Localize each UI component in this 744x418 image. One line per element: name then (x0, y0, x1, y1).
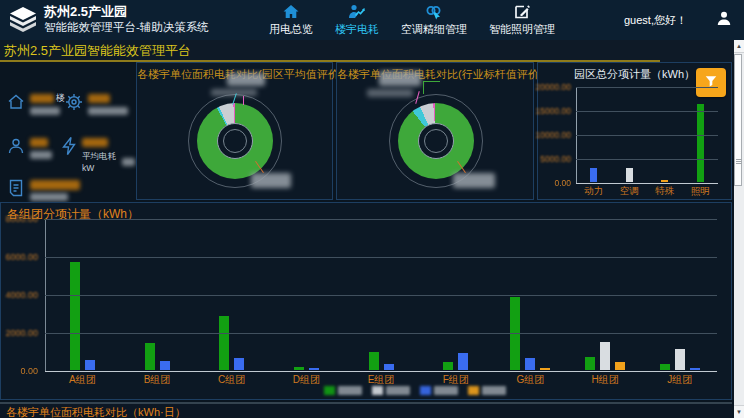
bar (626, 168, 633, 182)
blurred-callout-label (379, 71, 421, 86)
gridline (45, 371, 717, 372)
nav-label: 用电总览 (269, 22, 313, 37)
nav-label: 空调精细管理 (401, 22, 467, 37)
y-tick-label: 8000.00 (5, 214, 38, 224)
blurred-label (88, 107, 128, 115)
donut-inner-ring (424, 129, 448, 153)
gridline (576, 135, 718, 136)
donut-inner-ring (223, 129, 247, 153)
bar (145, 343, 155, 370)
document-icon (6, 178, 26, 202)
x-tick-label: D组团 (269, 373, 344, 387)
blurred-legend-label (338, 386, 362, 395)
nav-item-power-overview[interactable]: 用电总览 (258, 3, 324, 37)
bar (443, 362, 453, 370)
panel-park-submetering: 园区总分项计量（kWh） 20000.0015000.0010000.00500… (537, 62, 732, 200)
bar (661, 180, 668, 182)
kpi-users (6, 136, 52, 160)
person-chart-icon (335, 3, 379, 21)
bar (160, 361, 170, 370)
user-avatar-icon[interactable] (716, 10, 732, 30)
bar (660, 364, 670, 370)
park-submetering-plot (576, 87, 718, 183)
kpi-sidebar: 楼 (0, 62, 135, 200)
legend-swatch (324, 386, 335, 395)
x-tick-label: H组团 (568, 373, 643, 387)
brand-title: 苏州2.5产业园 智能能效管理平台-辅助决策系统 (44, 4, 209, 35)
x-tick-label: 特殊 (647, 185, 683, 198)
scrollbar-thumb[interactable] (734, 54, 742, 186)
gridline (45, 333, 717, 334)
legend-swatch (420, 386, 431, 395)
brand-line1: 苏州2.5产业园 (44, 4, 209, 20)
bar (675, 349, 685, 370)
panel-donut-industry-benchmark: 各楼宇单位面积电耗对比(行业标杆值评价) (336, 62, 534, 200)
blurred-callout-label (367, 89, 413, 97)
x-tick-label: 动力 (576, 185, 612, 198)
x-tick-label: J组团 (642, 373, 717, 387)
bar (70, 262, 80, 370)
bar (585, 357, 595, 370)
nav-item-hvac-management[interactable]: 空调精细管理 (390, 3, 478, 37)
y-tick-label: 0.00 (20, 366, 38, 376)
kpi-sub-label: 平均电耗kW (82, 151, 120, 173)
scrollbar-grip (736, 159, 742, 165)
gridline (45, 257, 717, 258)
bar (525, 358, 535, 370)
x-tick-label: A组团 (45, 373, 120, 387)
blurred-callout-label (453, 173, 495, 188)
blurred-label (30, 151, 52, 159)
y-tick-label: 20000.00 (536, 82, 571, 92)
edit-square-icon (489, 3, 555, 21)
x-tick-label: E组团 (344, 373, 419, 387)
legend-item (324, 386, 362, 395)
blurred-label (30, 193, 68, 201)
home-icon (269, 3, 313, 21)
vertical-scrollbar[interactable]: ▲ ▼ (734, 40, 744, 418)
blurred-value (88, 94, 110, 103)
panel-title: 各楼宇单位面积电耗对比（kWh·日） (6, 405, 186, 418)
blurred-label (122, 158, 135, 166)
legend-swatch (372, 386, 383, 395)
kpi-devices (64, 92, 128, 116)
blurred-label (30, 107, 60, 115)
x-axis-labels: A组团B组团C组团D组团E组团F组团G组团H组团J组团 (45, 373, 717, 387)
gridline (576, 159, 718, 160)
blurred-legend-label (482, 386, 506, 395)
bar (697, 104, 704, 182)
nav-label: 楼宇电耗 (335, 22, 379, 37)
bar (219, 316, 229, 370)
nav-item-lighting-management[interactable]: 智能照明管理 (478, 3, 566, 37)
bar (369, 352, 379, 370)
gridline (45, 295, 717, 296)
y-axis-labels: 20000.0015000.0010000.005000.000.00 (538, 87, 574, 197)
bar (309, 368, 319, 370)
gridline (576, 183, 718, 184)
blurred-legend-label (386, 386, 410, 395)
scroll-up-button[interactable]: ▲ (734, 40, 744, 53)
kpi-average-power: 平均电耗kW (60, 136, 135, 173)
x-axis-labels: 动力空调特殊照明 (576, 185, 718, 198)
y-tick-label: 15000.00 (536, 106, 571, 116)
bar (690, 368, 700, 370)
gridline (576, 111, 718, 112)
x-tick-label: 照明 (683, 185, 719, 198)
x-tick-label: F组团 (418, 373, 493, 387)
bar (600, 342, 610, 370)
y-tick-label: 4000.00 (5, 290, 38, 300)
scroll-down-button[interactable]: ▼ (734, 405, 744, 418)
group-submetering-plot (45, 219, 717, 371)
main-nav: 用电总览 楼宇电耗 (258, 3, 566, 37)
nav-item-building-power[interactable]: 楼宇电耗 (324, 3, 390, 37)
donut-chart-park-average (197, 103, 273, 179)
user-greeting: guest,您好！ (624, 13, 687, 28)
x-tick-label: G组团 (493, 373, 568, 387)
bar (384, 364, 394, 370)
kpi-area (6, 178, 80, 202)
brand-logo-icon (8, 6, 38, 38)
legend-item (372, 386, 410, 395)
gridline (576, 87, 718, 88)
y-tick-label: 5000.00 (540, 154, 571, 164)
bar (234, 358, 244, 370)
gear-icon (64, 92, 84, 116)
